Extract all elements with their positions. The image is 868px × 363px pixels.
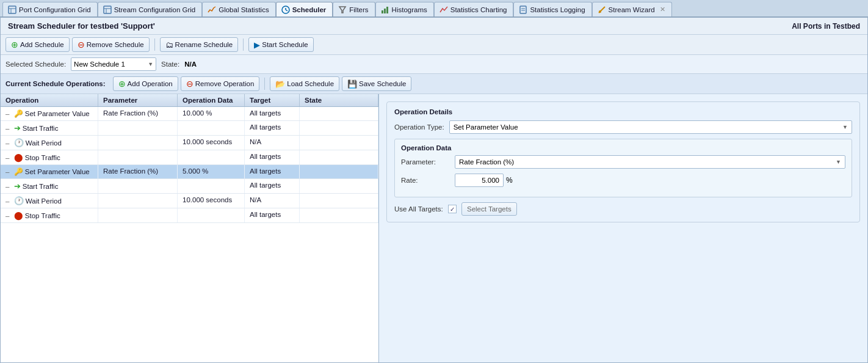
- table-row[interactable]: – 🕐 Wait Period 10.000 seconds N/A: [1, 194, 378, 208]
- tab-stream-wizard-label: Stream Wizard: [609, 6, 655, 13]
- row4-operation: – ⬤ Stop Traffic: [1, 150, 98, 164]
- table-row[interactable]: – ➔ Start Traffic All targets: [1, 121, 378, 136]
- row2-parameter: [98, 121, 178, 135]
- stop-icon-8: ⬤: [14, 211, 23, 220]
- ops-label: Current Schedule Operations:: [5, 80, 106, 87]
- table-row[interactable]: – ⬤ Stop Traffic All targets: [1, 150, 378, 165]
- row3-target: N/A: [245, 136, 300, 150]
- tab-stream-config[interactable]: Stream Configuration Grid: [98, 2, 203, 16]
- svg-marker-9: [339, 7, 345, 13]
- targets-row: Use All Targets: Select Targets: [394, 202, 852, 216]
- row5-parameter: Rate Fraction (%): [98, 165, 178, 178]
- add-op-icon: ⊕: [118, 79, 126, 89]
- col-parameter: Parameter: [98, 94, 178, 106]
- details-title: Operation Details: [394, 108, 852, 116]
- global-stats-icon: [208, 6, 216, 14]
- row7-target: N/A: [245, 194, 300, 208]
- toolbar-separator-2: [243, 38, 244, 51]
- row8-state: [300, 208, 378, 222]
- svg-point-17: [599, 10, 601, 13]
- page-title: Stream Scheduler for testbed 'Support': [8, 21, 155, 31]
- table-row[interactable]: – 🕐 Wait Period 10.000 seconds N/A: [1, 136, 378, 150]
- rate-label: Rate:: [401, 177, 450, 184]
- title-bar: Stream Scheduler for testbed 'Support' A…: [1, 18, 867, 35]
- tab-port-config[interactable]: Port Configuration Grid: [2, 2, 98, 16]
- save-schedule-button[interactable]: 💾 Save Schedule: [342, 76, 411, 91]
- add-schedule-icon: ⊕: [11, 40, 18, 50]
- stream-config-icon: [103, 6, 112, 14]
- tab-stats-logging[interactable]: Statistics Logging: [513, 2, 591, 16]
- add-schedule-button[interactable]: ⊕ Add Schedule: [5, 37, 70, 52]
- stats-logging-icon: [519, 6, 527, 14]
- start-schedule-button[interactable]: ▶ Start Schedule: [248, 37, 313, 52]
- row1-target: All targets: [245, 107, 300, 120]
- table-row[interactable]: – ⬤ Stop Traffic All targets: [1, 208, 378, 223]
- key-icon-5: 🔑: [14, 167, 23, 176]
- detail-panel: Operation Details Operation Type: Set Pa…: [379, 94, 867, 362]
- row8-opdata: [178, 208, 245, 222]
- op-type-arrow: ▼: [842, 124, 848, 130]
- table-row[interactable]: – 🔑 Set Parameter Value Rate Fraction (%…: [1, 107, 378, 121]
- schedule-dropdown-arrow: ▼: [148, 61, 153, 67]
- tab-stats-charting-label: Statistics Charting: [450, 6, 507, 13]
- tab-scheduler-label: Scheduler: [292, 6, 327, 13]
- close-icon[interactable]: ✕: [660, 6, 665, 13]
- parameter-select[interactable]: Rate Fraction (%) ▼: [455, 155, 845, 169]
- operation-type-row: Operation Type: Set Parameter Value ▼: [394, 120, 852, 134]
- parameter-row: Parameter: Rate Fraction (%) ▼: [401, 155, 845, 169]
- remove-schedule-icon: ⊖: [78, 40, 85, 50]
- ops-separator-1: [264, 78, 265, 90]
- tab-filters[interactable]: Filters: [333, 2, 375, 16]
- tab-histograms[interactable]: Histograms: [375, 2, 434, 16]
- tab-scheduler[interactable]: Scheduler: [276, 2, 333, 16]
- table-row[interactable]: – ➔ Start Traffic All targets: [1, 179, 378, 194]
- row7-parameter: [98, 194, 178, 208]
- row3-state: [300, 136, 378, 150]
- clock-icon-3: 🕐: [14, 138, 24, 147]
- save-icon: 💾: [347, 79, 357, 89]
- toolbar-separator-1: [154, 38, 155, 51]
- tab-stream-wizard[interactable]: Stream Wizard ✕: [592, 2, 672, 16]
- row1-opdata: 10.000 %: [178, 107, 245, 120]
- stop-icon-4: ⬤: [14, 153, 23, 162]
- col-target: Target: [245, 94, 300, 106]
- tab-global-stats[interactable]: Global Statistics: [202, 2, 275, 16]
- remove-operation-button[interactable]: ⊖ Remove Operation: [181, 76, 260, 91]
- svg-rect-12: [386, 7, 388, 13]
- row2-opdata: [178, 121, 245, 135]
- row3-opdata: 10.000 seconds: [178, 136, 245, 150]
- svg-rect-13: [520, 6, 526, 13]
- start-schedule-icon: ▶: [254, 40, 260, 50]
- select-targets-button[interactable]: Select Targets: [461, 202, 517, 216]
- operation-data-group: Operation Data Parameter: Rate Fraction …: [394, 139, 852, 197]
- remove-schedule-button[interactable]: ⊖ Remove Schedule: [72, 37, 150, 52]
- port-config-icon: [8, 6, 16, 14]
- clock-icon-7: 🕐: [14, 196, 24, 205]
- row1-parameter: Rate Fraction (%): [98, 107, 178, 120]
- row1-operation: – 🔑 Set Parameter Value: [1, 107, 98, 120]
- rename-schedule-button[interactable]: 🗂 Rename Schedule: [160, 37, 239, 52]
- svg-line-8: [286, 10, 288, 11]
- row6-target: All targets: [245, 179, 300, 193]
- arrow-icon-6: ➔: [14, 182, 21, 191]
- histograms-icon: [381, 6, 389, 14]
- use-all-targets-checkbox[interactable]: [448, 205, 457, 213]
- schedule-selector[interactable]: New Schedule 1 ▼: [71, 57, 156, 71]
- load-schedule-button[interactable]: 📂 Load Schedule: [270, 76, 339, 91]
- tab-stats-charting[interactable]: Statistics Charting: [434, 2, 514, 16]
- parameter-value: Rate Fraction (%): [459, 158, 514, 166]
- use-all-targets-label: Use All Targets:: [394, 205, 443, 213]
- sub-group-title: Operation Data: [401, 144, 845, 152]
- row5-state: [300, 165, 378, 178]
- tab-stream-config-label: Stream Configuration Grid: [114, 6, 196, 13]
- parameter-label: Parameter:: [401, 158, 450, 166]
- table-header: Operation Parameter Operation Data Targe…: [1, 94, 378, 107]
- schedule-label: Selected Schedule:: [5, 61, 66, 68]
- add-operation-button[interactable]: ⊕ Add Operation: [113, 76, 178, 91]
- rate-unit: %: [506, 176, 513, 185]
- schedule-bar: Selected Schedule: New Schedule 1 ▼ Stat…: [1, 55, 867, 74]
- table-row[interactable]: – 🔑 Set Parameter Value Rate Fraction (%…: [1, 165, 378, 179]
- row8-operation: – ⬤ Stop Traffic: [1, 208, 98, 222]
- rate-input[interactable]: 5.000: [455, 174, 504, 187]
- operation-type-select[interactable]: Set Parameter Value ▼: [449, 120, 852, 134]
